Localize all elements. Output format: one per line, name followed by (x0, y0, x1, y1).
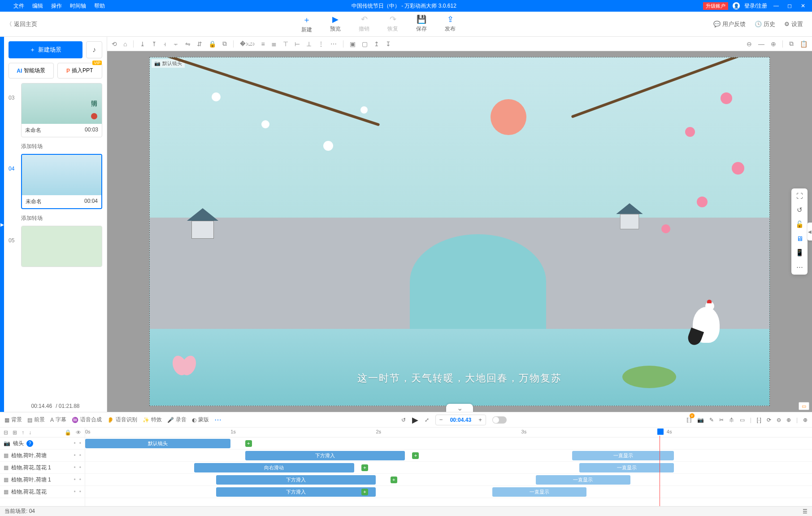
tts-button[interactable]: ♒语音合成 (72, 416, 102, 424)
distribute-v-icon[interactable]: ⫟ (173, 40, 179, 48)
back-home-button[interactable]: 〈 返回主页 (0, 20, 43, 28)
add-icon[interactable]: ⊞ (13, 429, 17, 436)
avatar-icon[interactable]: 👤 (733, 2, 740, 9)
expand-icon[interactable]: ⤢ (425, 417, 429, 423)
scene-item[interactable]: 04 未命名 00:04 (9, 154, 102, 209)
lock-track-icon[interactable]: 🔒 (65, 429, 71, 436)
expand-left-handle[interactable]: ▶ (0, 37, 4, 412)
eye-icon[interactable]: 👁 (76, 429, 81, 436)
keyframe-icon[interactable]: ⟦⟧ (686, 417, 692, 423)
align-v-mid-icon[interactable]: ⊢ (295, 40, 300, 48)
replace-icon[interactable]: ⟲ (112, 40, 117, 48)
time-ruler[interactable]: 0s1s2s3s4s (85, 428, 812, 437)
unlock-icon[interactable]: 🔓 (793, 220, 806, 228)
add-transition-button[interactable]: 添加转场 (9, 213, 102, 226)
track-label[interactable]: 📷 镜头 ? •• (0, 437, 85, 450)
clip-enter[interactable]: 下方滑入 (216, 487, 376, 497)
clip-enter[interactable]: 下方滑入 (245, 451, 405, 460)
scene-item[interactable]: 05 (9, 226, 102, 267)
minimize-button[interactable]: — (772, 3, 781, 9)
layer-down-icon[interactable]: ↧ (386, 40, 391, 48)
lock-icon[interactable]: 🔒 (208, 40, 216, 48)
menu-timeline[interactable]: 时间轴 (70, 2, 86, 10)
scene-thumbnail[interactable]: 清明 (22, 83, 102, 124)
help-icon[interactable]: ? (26, 440, 33, 447)
flip-h-icon[interactable]: ⇋ (185, 40, 191, 48)
distribute-h-icon[interactable]: ⫞ (163, 40, 166, 48)
preview-thumb-button[interactable]: ▭ (799, 402, 809, 410)
clip-stay[interactable]: 一直显示 (536, 475, 630, 485)
zoom-in-tl-icon[interactable]: ⊕ (786, 417, 791, 423)
new-scene-button[interactable]: ＋ 新建场景 (9, 41, 83, 58)
loop-icon[interactable]: ⟳ (767, 417, 771, 423)
menu-edit[interactable]: 编辑 (32, 2, 43, 10)
fg-button[interactable]: ▤前景 (27, 416, 45, 424)
scene-item[interactable]: 03 清明 未命名 00:03 (9, 83, 102, 137)
add-keyframe-icon[interactable]: + (412, 452, 419, 459)
add-keyframe-icon[interactable]: + (361, 489, 368, 495)
asr-button[interactable]: 👂语音识别 (107, 416, 137, 424)
track-label[interactable]: ▦植物,荷叶,荷塘•• (0, 450, 85, 462)
align-bottom-icon[interactable]: ⤓ (140, 40, 145, 48)
down-icon[interactable]: ↓ (29, 429, 31, 436)
close-button[interactable]: ✕ (799, 3, 808, 9)
maximize-button[interactable]: ◻ (785, 3, 794, 9)
zoom-slider-icon[interactable]: — (758, 40, 764, 48)
fx-button[interactable]: ✨特效 (143, 416, 162, 424)
scene-thumbnail[interactable] (22, 226, 102, 267)
history-button[interactable]: 🕓历史 (755, 20, 775, 28)
zoom-out-icon[interactable]: ⊖ (747, 40, 752, 48)
login-button[interactable]: 登录/注册 (744, 2, 767, 10)
track-area[interactable]: 0s1s2s3s4s 默认镜头 + 下方滑入+一直显示向右滑动+一直显示下方滑入… (85, 428, 812, 506)
record-button[interactable]: 🎤录音 (167, 416, 187, 424)
add-keyframe-icon[interactable]: + (391, 477, 397, 483)
upgrade-button[interactable]: 升级账户 (703, 2, 728, 10)
track-row[interactable]: 下方滑入+一直显示 (85, 486, 812, 498)
filter-icon[interactable]: ⫛ (729, 417, 734, 423)
more-button[interactable]: ⋯ (214, 415, 221, 424)
time-minus-button[interactable]: − (436, 416, 447, 423)
copy-icon[interactable]: ⧉ (789, 40, 794, 48)
mobile-icon[interactable]: 📱 (793, 249, 806, 257)
dist2-icon[interactable]: ⋯ (330, 40, 337, 48)
clip-stay[interactable]: 一直显示 (492, 487, 587, 497)
marker-icon[interactable]: ▭ (740, 417, 745, 423)
dist-icon[interactable]: ⋮ (318, 40, 324, 48)
edit-icon[interactable]: ✎ (709, 417, 714, 423)
toolbar-publish-button[interactable]: ⇪发布 (445, 14, 456, 34)
menu-help[interactable]: 帮助 (94, 2, 105, 10)
insert-ppt-button[interactable]: P 插入PPT VIP (57, 63, 103, 79)
menu-action[interactable]: 操作 (51, 2, 62, 10)
camera-clip[interactable]: 默认镜头 (85, 439, 230, 448)
time-plus-button[interactable]: + (475, 416, 486, 423)
track-label[interactable]: ▦植物,荷花,莲花•• (0, 486, 85, 498)
clip-stay[interactable]: 一直显示 (572, 451, 674, 460)
menu-file[interactable]: 文件 (13, 2, 24, 10)
add-track-icon[interactable]: ⊕ (803, 417, 808, 423)
layer-up-icon[interactable]: ↥ (374, 40, 379, 48)
track-row[interactable]: 向右滑动+一直显示 (85, 462, 812, 474)
add-keyframe-icon[interactable]: + (245, 440, 252, 447)
zoom-out-tl-icon[interactable]: ⊖ (777, 417, 781, 423)
clip-enter[interactable]: 向右滑动 (194, 463, 354, 472)
track-label[interactable]: ▦植物,荷花,莲花 1•• (0, 462, 85, 474)
scene-thumbnail[interactable] (22, 155, 101, 195)
home-icon[interactable]: ⌂ (123, 40, 127, 48)
cut-icon[interactable]: ✂ (719, 417, 724, 423)
flip-v-icon[interactable]: ⇵ (197, 40, 202, 48)
expand-right-handle[interactable]: ◀ (808, 223, 812, 241)
rewind-icon[interactable]: ↺ (401, 417, 406, 423)
collapse-icon[interactable]: ⊟ (4, 429, 8, 436)
ai-scene-button[interactable]: AI 智能场景 (9, 63, 54, 79)
align-right-icon[interactable]: ≣ (271, 40, 277, 48)
layer-back-icon[interactable]: ▢ (362, 40, 368, 48)
track-row[interactable]: 默认镜头 + (85, 437, 812, 450)
list-icon[interactable]: ☰ (803, 508, 808, 515)
settings-button[interactable]: ⚙设置 (784, 20, 803, 28)
align-center-icon[interactable]: ≡ (261, 40, 265, 48)
align-v-bot-icon[interactable]: ⊥ (306, 40, 312, 48)
toggle-switch[interactable] (492, 416, 507, 424)
clip-enter[interactable]: 下方滑入 (216, 475, 376, 485)
track-row[interactable]: 下方滑入+一直显示 (85, 474, 812, 486)
fullscreen-icon[interactable]: ⛶ (793, 192, 806, 200)
